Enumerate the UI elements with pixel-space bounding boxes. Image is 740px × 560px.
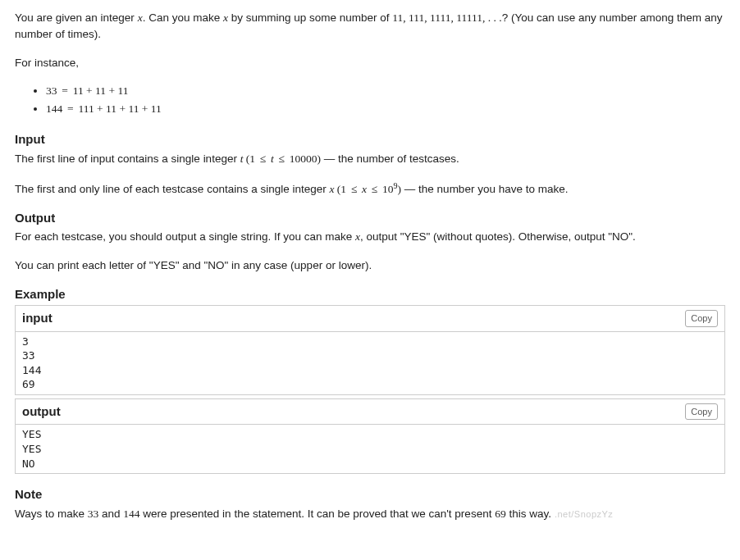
text: the number of testcases. bbox=[338, 153, 459, 165]
intro-paragraph-1: You are given an integer x. Can you make… bbox=[15, 10, 725, 43]
output-label: output bbox=[22, 403, 61, 421]
intro-paragraph-2: For instance, bbox=[15, 55, 725, 71]
example-output-block: output Copy YES YES NO bbox=[15, 398, 725, 474]
output-paragraph-2: You can print each letter of "YES" and "… bbox=[15, 257, 725, 274]
base: 10 bbox=[382, 183, 394, 195]
input-paragraph-1: The first line of input contains a singl… bbox=[15, 151, 725, 167]
le: ≤ bbox=[370, 183, 379, 195]
input-paragraph-2: The first and only line of each testcase… bbox=[15, 179, 725, 198]
dash: — bbox=[401, 183, 418, 195]
input-heading: Input bbox=[15, 130, 725, 149]
equals: = bbox=[60, 84, 70, 97]
var-t: t bbox=[271, 153, 274, 165]
text: , output "YES" (without quotes). Otherwi… bbox=[360, 230, 636, 243]
le: ≤ bbox=[349, 183, 359, 195]
le: ≤ bbox=[277, 153, 286, 165]
input-label: input bbox=[22, 309, 53, 328]
var-x: x bbox=[362, 183, 367, 195]
lhs: 144 bbox=[46, 102, 62, 115]
text: For each testcase, you should output a s… bbox=[15, 230, 355, 243]
text: this way. bbox=[506, 508, 551, 520]
num: 144 bbox=[123, 508, 139, 520]
output-paragraph-1: For each testcase, you should output a s… bbox=[15, 229, 725, 245]
number-sequence: 11, 111, 1111, 11111, . . . bbox=[392, 11, 501, 24]
example-heading: Example bbox=[15, 285, 725, 304]
note-paragraph: Ways to make 33 and 144 were presented i… bbox=[15, 506, 725, 522]
example-output-header: output Copy bbox=[16, 399, 724, 426]
num: 1 bbox=[340, 183, 346, 195]
le: ≤ bbox=[258, 153, 267, 165]
text: . Can you make bbox=[143, 11, 223, 24]
examples-list: 33 = 11 + 11 + 11 144 = 111 + 11 + 11 + … bbox=[15, 83, 725, 118]
example-input-block: input Copy 3 33 144 69 bbox=[15, 305, 725, 395]
text: The first and only line of each testcase… bbox=[15, 183, 329, 195]
dash: — bbox=[321, 153, 338, 165]
note-heading: Note bbox=[15, 485, 725, 504]
lhs: 33 bbox=[46, 84, 57, 97]
num: 109 bbox=[382, 183, 398, 195]
list-item: 144 = 111 + 11 + 11 + 11 bbox=[46, 101, 725, 117]
num: 69 bbox=[495, 508, 506, 520]
example-input-content: 3 33 144 69 bbox=[16, 332, 724, 394]
num: 33 bbox=[88, 508, 99, 520]
num: 10000 bbox=[290, 153, 317, 165]
copy-button[interactable]: Copy bbox=[685, 310, 718, 327]
watermark-text: .net/SnopzYz bbox=[555, 509, 613, 519]
rhs: 11 + 11 + 11 bbox=[73, 84, 129, 97]
copy-button[interactable]: Copy bbox=[685, 403, 718, 421]
output-heading: Output bbox=[15, 209, 725, 228]
num: 1 bbox=[249, 153, 255, 165]
list-item: 33 = 11 + 11 + 11 bbox=[46, 83, 725, 99]
rhs: 111 + 11 + 11 + 11 bbox=[78, 102, 161, 115]
example-input-header: input Copy bbox=[16, 306, 724, 332]
text: and bbox=[98, 508, 123, 520]
text: were presented in the statement. It can … bbox=[140, 508, 496, 520]
equals: = bbox=[66, 102, 75, 115]
text: You are given an integer bbox=[15, 11, 138, 24]
text: the number you have to make. bbox=[418, 183, 568, 195]
example-output-content: YES YES NO bbox=[16, 425, 724, 473]
text: Ways to make bbox=[15, 508, 88, 520]
text: The first line of input contains a singl… bbox=[15, 153, 240, 165]
text: by summing up some number of bbox=[228, 11, 392, 24]
